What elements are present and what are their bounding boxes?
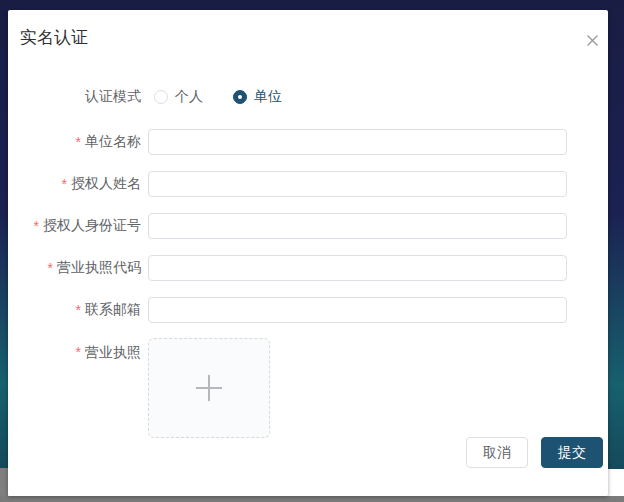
- cancel-button[interactable]: 取消: [466, 437, 528, 468]
- form-field-row: * 授权人姓名: [8, 171, 608, 197]
- text-input[interactable]: [148, 213, 567, 239]
- field-label-text: 授权人身份证号: [43, 217, 141, 235]
- submit-button[interactable]: 提交: [541, 437, 603, 468]
- text-input[interactable]: [148, 297, 567, 323]
- upload-dropzone[interactable]: [148, 338, 270, 438]
- plus-icon: [196, 375, 222, 401]
- radio-option-1[interactable]: 单位: [233, 88, 282, 106]
- dialog-body: 认证模式 个人 单位 * 单位名称 * 授权人姓名 * 授权人身份证号 *: [8, 10, 608, 496]
- form-field-row: * 联系邮箱: [8, 297, 608, 323]
- window-edge-bottom: [0, 496, 624, 502]
- upload-label-text: 营业执照: [85, 344, 141, 362]
- required-asterisk: *: [34, 218, 39, 234]
- page-background: 实名认证 认证模式 个人 单位 * 单位名称 *: [0, 0, 624, 502]
- field-label-text: 联系邮箱: [85, 301, 141, 319]
- text-input[interactable]: [148, 129, 567, 155]
- required-asterisk: *: [76, 344, 81, 360]
- required-asterisk: *: [62, 176, 67, 192]
- text-input[interactable]: [148, 255, 567, 281]
- radio-icon: [154, 90, 168, 104]
- text-input[interactable]: [148, 171, 567, 197]
- auth-mode-label-text: 认证模式: [85, 88, 141, 106]
- field-label-text: 单位名称: [85, 133, 141, 151]
- required-asterisk: *: [76, 134, 81, 150]
- form-field-row: * 单位名称: [8, 129, 608, 155]
- required-asterisk: *: [48, 260, 53, 276]
- form-field-row: * 营业执照代码: [8, 255, 608, 281]
- real-name-auth-dialog: 实名认证 认证模式 个人 单位 * 单位名称 *: [8, 10, 608, 496]
- form-field-row: * 授权人身份证号: [8, 213, 608, 239]
- dialog-footer: 取消 提交: [466, 437, 603, 468]
- upload-label: * 营业执照: [8, 338, 141, 364]
- upload-row: * 营业执照: [8, 338, 608, 448]
- field-label-text: 营业执照代码: [57, 259, 141, 277]
- auth-mode-label: 认证模式: [8, 86, 141, 108]
- radio-icon: [233, 90, 247, 104]
- radio-option-0[interactable]: 个人: [154, 88, 203, 106]
- auth-mode-radio-group: 个人 单位: [154, 86, 282, 108]
- auth-mode-row: 认证模式 个人 单位: [8, 86, 608, 108]
- field-label-text: 授权人姓名: [71, 175, 141, 193]
- required-asterisk: *: [76, 302, 81, 318]
